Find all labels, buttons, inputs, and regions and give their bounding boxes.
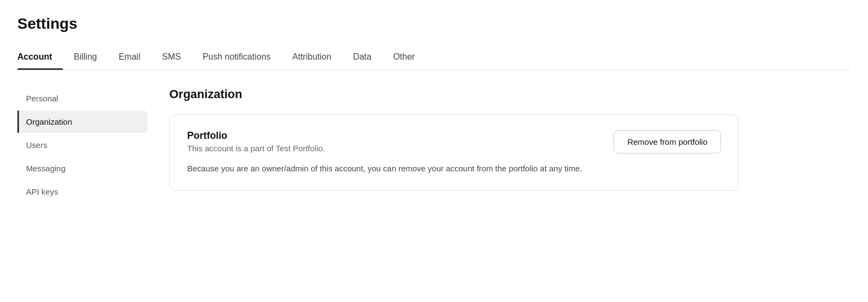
header: Settings AccountBillingEmailSMSPush noti… [0, 0, 868, 70]
main-panel: Organization Portfolio This account is a… [158, 87, 851, 204]
page-container: Settings AccountBillingEmailSMSPush noti… [0, 0, 868, 302]
card-description: Because you are an owner/admin of this a… [187, 162, 721, 175]
top-nav: AccountBillingEmailSMSPush notifications… [17, 46, 851, 70]
tab-data[interactable]: Data [342, 46, 382, 69]
sidebar-item-messaging[interactable]: Messaging [17, 157, 148, 179]
card-header-row: Portfolio This account is a part of Test… [187, 130, 721, 153]
content-area: PersonalOrganizationUsersMessagingAPI ke… [0, 70, 868, 221]
sidebar-item-organization[interactable]: Organization [17, 111, 148, 133]
section-title: Organization [169, 87, 851, 101]
page-title: Settings [17, 15, 851, 33]
remove-from-portfolio-button[interactable]: Remove from portfolio [614, 130, 721, 153]
tab-other[interactable]: Other [382, 46, 426, 69]
sidebar: PersonalOrganizationUsersMessagingAPI ke… [17, 87, 158, 204]
tab-push-notifications[interactable]: Push notifications [192, 46, 281, 69]
sidebar-item-personal[interactable]: Personal [17, 87, 148, 110]
tab-attribution[interactable]: Attribution [282, 46, 342, 69]
card-subtitle: This account is a part of Test Portfolio… [187, 144, 325, 153]
card-info: Portfolio This account is a part of Test… [187, 130, 325, 153]
sidebar-item-users[interactable]: Users [17, 134, 148, 156]
sidebar-item-api-keys[interactable]: API keys [17, 181, 148, 203]
portfolio-card: Portfolio This account is a part of Test… [169, 114, 739, 191]
tab-sms[interactable]: SMS [151, 46, 192, 69]
tab-account[interactable]: Account [17, 46, 63, 69]
tab-email[interactable]: Email [108, 46, 151, 69]
tab-billing[interactable]: Billing [63, 46, 108, 69]
card-title: Portfolio [187, 130, 325, 142]
